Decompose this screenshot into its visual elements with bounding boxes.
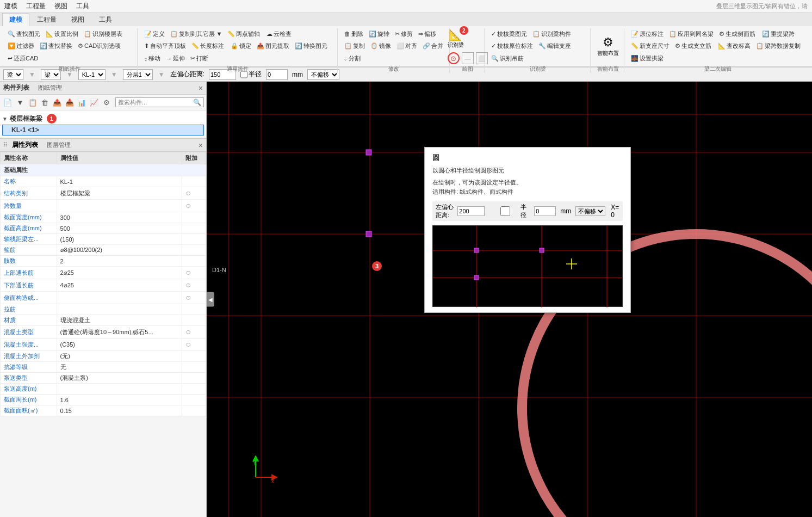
prop-add-cell [182,223,206,234]
btn-align[interactable]: ⬜ 对齐 [394,41,419,51]
menu-bar: 建模 工程量 视图 工具 叠层三维显示图元/轴网有错位，请 [0,0,812,13]
btn-restore-cad[interactable]: ↩ 还原CAD [5,54,40,63]
toolbar-btn-new[interactable]: 📄 [2,96,14,108]
btn-define[interactable]: 📝 定义 [142,29,167,39]
btn-recognize-beam-big[interactable]: 📐 识别梁 2 [448,28,464,49]
btn-check-elevation[interactable]: 📐 查改标高 [716,41,753,51]
collapse-arrow[interactable]: ▼ [2,116,8,122]
draw-tools-row1: ⊙ — ⬜ [448,52,488,64]
menu-item-tools[interactable]: 工具 [76,2,89,11]
component-list-close[interactable]: × [199,84,203,93]
ribbon-right-info: 叠层三维显示图元/轴网有错位，请 [716,2,808,10]
btn-cad-options[interactable]: ⚙ CAD识别选项 [76,41,123,51]
btn-check-beam-elements[interactable]: ✓ 校核梁图元 [489,29,529,39]
col-prop-name: 属性名称 [1,152,57,164]
btn-mirror[interactable]: 🪞 镜像 [368,41,393,51]
btn-copy-span-data[interactable]: 📋 梁跨数据复制 [754,41,803,51]
btn-cloud-check[interactable]: ☁ 云检查 [264,29,294,39]
tooltip-half-radius-input[interactable] [534,206,556,216]
toolbar-btn-action1[interactable]: 📤 [52,96,63,108]
svg-text:Y: Y [253,460,257,466]
btn-lock[interactable]: 🔒 锁定 [228,41,253,51]
tab-tools[interactable]: 工具 [92,13,119,26]
prop-panel-close[interactable]: × [199,141,203,150]
tab-drawing-management[interactable]: 图纸管理 [38,84,62,92]
btn-trim[interactable]: ✂ 修剪 [393,29,415,39]
menu-item-build[interactable]: 建模 [4,2,17,11]
btn-offset[interactable]: ⇒ 偏移 [416,29,438,39]
prop-name-cell: 泵送高度(m) [1,384,57,395]
prop-value-cell: 300 [57,212,182,223]
tooltip-not-offset-select[interactable]: 不偏移 [575,206,605,216]
btn-draw-circle-active[interactable]: ⊙ [448,52,460,64]
tooltip-preview-svg [433,226,622,307]
btn-find-element[interactable]: 🔍 查找图元 [5,29,42,39]
tab-modeling[interactable]: 建模 [2,13,29,26]
btn-convert-element[interactable]: 🔄 转换图元 [293,41,330,51]
btn-smart-layout-big[interactable]: ⚙ 智能布置 [597,35,619,57]
btn-merge[interactable]: 🔗 合并 [420,41,445,51]
canvas-area[interactable]: D1-N 3 Y X ◀ [207,82,812,517]
toolbar-btn-copy-comp[interactable]: 📋 [27,96,38,108]
prop-value-cell: (C35) [57,338,182,351]
btn-move[interactable]: ↕ 移动 [142,54,163,63]
btn-find-replace[interactable]: 🔄 查找替换 [38,41,75,51]
tooltip-offset-input[interactable] [457,206,485,216]
btn-copy[interactable]: 📋 复制 [342,41,367,51]
tab-quantity[interactable]: 工程量 [30,13,64,26]
toolbar-btn-delete-comp[interactable]: 🗑 [39,96,51,108]
prop-value-cell: 2 [57,256,182,267]
tooltip-half-radius-checkbox[interactable] [491,206,519,216]
prop-name-cell: 侧面构造或... [1,292,57,304]
search-input[interactable] [118,99,193,106]
tab-layer-management[interactable]: 图层管理 [47,141,71,149]
prop-row: 混凝土类型(普通砼(坍落度10～90mm),砾石5...○ [1,326,206,338]
prop-name-cell: 结构类别 [1,187,57,200]
btn-set-scale[interactable]: 📐 设置比例 [44,29,80,39]
btn-break[interactable]: ✂ 打断 [188,54,210,63]
tooltip-preview [432,225,623,307]
toolbar-btn-action2[interactable]: 📥 [64,96,75,108]
btn-rotate[interactable]: 🔄 旋转 [367,29,392,39]
btn-extract-element[interactable]: 📤 图元提取 [255,41,292,51]
tab-view[interactable]: 视图 [64,13,91,26]
svg-rect-28 [540,248,544,253]
prop-value-cell [57,304,182,315]
collapse-panel-btn[interactable]: ◀ [207,292,214,307]
prop-name-cell: 拉筋 [1,304,57,315]
group-title-draw: 绘图 [462,64,473,73]
component-list-section: 构件列表 图纸管理 × 📄 ▼ 📋 🗑 📤 📥 📊 📈 ⚙ 🔍 [0,82,206,139]
btn-gen-side-rebar[interactable]: ⚙ 生成侧面筋 [717,29,758,39]
btn-repick-beam-span[interactable]: 🔄 重提梁跨 [760,29,797,39]
menu-item-view[interactable]: 视图 [54,2,67,11]
btn-length-dimension[interactable]: 📏 长度标注 [189,41,226,51]
btn-recognize-hanger[interactable]: 🔍 识别吊筋 [489,54,526,63]
btn-check-annotation[interactable]: ✓ 校核原位标注 [489,41,535,51]
btn-original-annotation[interactable]: 📝 原位标注 [629,29,666,39]
btn-extend[interactable]: → 延伸 [164,54,187,63]
prop-add-cell: ○ [182,267,206,279]
btn-apply-same-name[interactable]: 📋 应用到同名梁 [667,29,716,39]
btn-gen-stand-rebar[interactable]: ⚙ 生成支立筋 [673,41,714,51]
btn-draw-line[interactable]: — [462,52,474,64]
btn-recognize-beam-component[interactable]: 📋 识别梁构件 [530,29,573,39]
btn-new-support-size[interactable]: 📏 新支座尺寸 [629,41,672,51]
btn-two-point-axis[interactable]: 📏 两点辅轴 [225,29,262,39]
btn-delete[interactable]: 🗑 删除 [342,29,365,39]
tree-item-kl1[interactable]: KL-1 <1> [2,125,204,136]
menu-item-engineering[interactable]: 工程量 [26,2,46,11]
prop-add-cell [182,384,206,395]
prop-name-cell: 材质 [1,315,57,326]
toolbar-btn-action3[interactable]: 📊 [76,96,88,108]
btn-split[interactable]: ÷ 分割 [342,54,363,63]
ribbon-buttons-beam-edit2: 📝 原位标注 📋 应用到同名梁 ⚙ 生成侧面筋 🔄 重提梁跨 📏 新支座尺寸 ⚙… [629,28,807,64]
btn-edit-support[interactable]: 🔧 编辑支座 [536,41,573,51]
btn-auto-align-top[interactable]: ⬆ 自动平齐顶板 [142,41,188,51]
toolbar-btn-dropdown[interactable]: ▼ [15,96,26,108]
btn-filter[interactable]: 🔽 过滤器 [5,41,36,51]
toolbar-btn-action4[interactable]: 📈 [89,96,100,108]
btn-copy-layer[interactable]: 📋 复制到其它层 ▼ [168,29,224,39]
btn-recognize-floor-table[interactable]: 📋 识别楼层表 [82,29,125,39]
btn-set-arch-beam[interactable]: 🌉 设置拱梁 [629,54,666,63]
toolbar-btn-action5[interactable]: ⚙ [101,96,112,108]
